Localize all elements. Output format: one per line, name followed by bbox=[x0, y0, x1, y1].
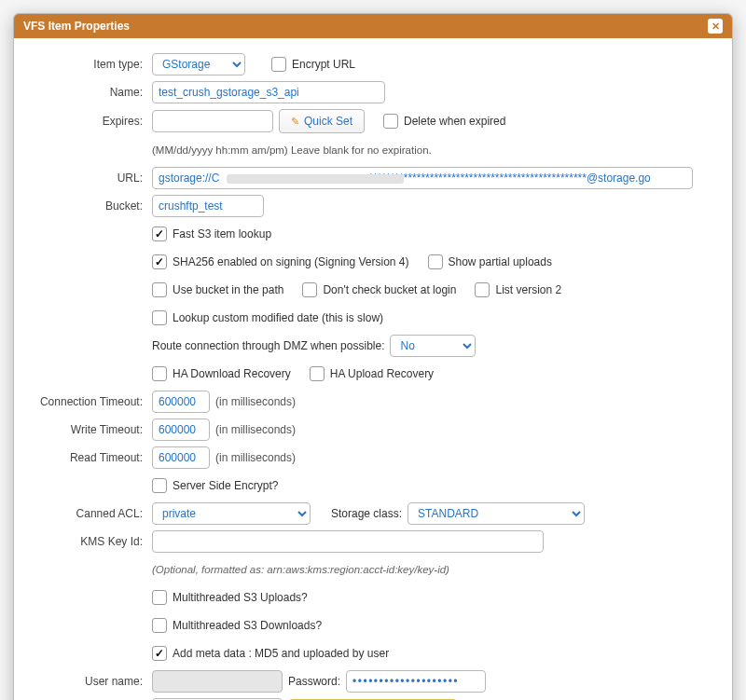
bucket-input[interactable] bbox=[152, 195, 264, 217]
kms-hint: (Optional, formatted as: arn:aws:kms:reg… bbox=[152, 564, 449, 575]
kms-key-input[interactable] bbox=[152, 530, 544, 553]
close-icon[interactable]: ✕ bbox=[708, 19, 723, 34]
lookup-custom-mod-label: Lookup custom modified date (this is slo… bbox=[173, 311, 383, 324]
label-item-type: Item type: bbox=[31, 58, 152, 71]
conn-timeout-input[interactable] bbox=[152, 391, 210, 413]
label-name: Name: bbox=[31, 86, 152, 99]
label-conn-timeout: Connection Timeout: bbox=[31, 395, 152, 408]
vfs-dialog: VFS Item Properties ✕ Item type: GStorag… bbox=[13, 13, 733, 700]
label-storage-class: Storage class: bbox=[331, 507, 402, 520]
username-input[interactable] bbox=[152, 670, 283, 693]
password-input[interactable] bbox=[346, 670, 486, 693]
dmz-select[interactable]: No bbox=[390, 335, 476, 357]
ha-upload-checkbox[interactable] bbox=[310, 366, 325, 381]
read-timeout-unit: (in milliseconds) bbox=[215, 451, 296, 464]
label-password: Password: bbox=[288, 675, 340, 688]
list-version-2-checkbox[interactable] bbox=[475, 282, 490, 297]
show-partial-uploads-checkbox[interactable] bbox=[428, 254, 443, 269]
label-write-timeout: Write Timeout: bbox=[31, 423, 152, 436]
write-timeout-unit: (in milliseconds) bbox=[215, 423, 296, 436]
name-input[interactable] bbox=[152, 81, 385, 103]
label-read-timeout: Read Timeout: bbox=[31, 451, 152, 464]
quick-set-button[interactable]: ✎ Quick Set bbox=[279, 109, 365, 133]
encrypt-url-label: Encrypt URL bbox=[292, 58, 355, 71]
expires-input[interactable] bbox=[152, 110, 273, 132]
mt-downloads-checkbox[interactable] bbox=[152, 618, 167, 633]
show-partial-uploads-label: Show partial uploads bbox=[449, 255, 552, 268]
mt-uploads-label: Multithreaded S3 Uploads? bbox=[173, 591, 308, 604]
label-username: User name: bbox=[31, 675, 152, 688]
use-bucket-in-path-checkbox[interactable] bbox=[152, 282, 167, 297]
dialog-title: VFS Item Properties bbox=[23, 20, 130, 33]
expires-hint: (MM/dd/yyyy hh:mm am/pm) Leave blank for… bbox=[152, 144, 432, 156]
write-timeout-input[interactable] bbox=[152, 419, 210, 441]
delete-when-expired-label: Delete when expired bbox=[404, 115, 505, 128]
read-timeout-input[interactable] bbox=[152, 446, 210, 469]
item-type-select[interactable]: GStorage bbox=[152, 53, 245, 75]
label-expires: Expires: bbox=[31, 115, 152, 128]
delete-when-expired-checkbox[interactable] bbox=[383, 114, 398, 129]
server-side-encrypt-label: Server Side Encrypt? bbox=[173, 479, 278, 492]
quick-set-icon: ✎ bbox=[291, 116, 299, 128]
ha-upload-label: HA Upload Recovery bbox=[330, 367, 434, 380]
conn-timeout-unit: (in milliseconds) bbox=[215, 395, 296, 408]
label-bucket: Bucket: bbox=[31, 199, 152, 213]
dont-check-bucket-label: Don't check bucket at login bbox=[323, 283, 456, 296]
add-meta-checkbox[interactable] bbox=[152, 646, 167, 661]
dont-check-bucket-checkbox[interactable] bbox=[302, 282, 317, 297]
list-version-2-label: List version 2 bbox=[495, 283, 561, 296]
server-side-encrypt-checkbox[interactable] bbox=[152, 478, 167, 493]
dmz-label: Route connection through DMZ when possib… bbox=[152, 339, 384, 352]
encrypt-url-checkbox[interactable] bbox=[271, 57, 286, 72]
sha256-label: SHA256 enabled on signing (Signing Versi… bbox=[173, 255, 409, 268]
fast-s3-lookup-checkbox[interactable] bbox=[152, 226, 167, 241]
storage-class-select[interactable]: STANDARD bbox=[408, 502, 585, 525]
mt-uploads-checkbox[interactable] bbox=[152, 590, 167, 605]
add-meta-label: Add meta data : MD5 and uploaded by user bbox=[173, 647, 389, 660]
dialog-titlebar: VFS Item Properties ✕ bbox=[14, 14, 732, 38]
ha-download-checkbox[interactable] bbox=[152, 366, 167, 381]
label-canned-acl: Canned ACL: bbox=[31, 507, 152, 520]
canned-acl-select[interactable]: private bbox=[152, 502, 311, 525]
use-bucket-in-path-label: Use bucket in the path bbox=[173, 283, 283, 296]
url-redacted-icon bbox=[227, 173, 404, 186]
ha-download-label: HA Download Recovery bbox=[173, 367, 291, 380]
sha256-checkbox[interactable] bbox=[152, 254, 167, 269]
label-kms: KMS Key Id: bbox=[31, 535, 152, 548]
dialog-body: Item type: GStorage Encrypt URL Name: Ex… bbox=[14, 38, 732, 700]
fast-s3-lookup-label: Fast S3 item lookup bbox=[173, 227, 271, 240]
label-url: URL: bbox=[31, 172, 152, 185]
lookup-custom-mod-checkbox[interactable] bbox=[152, 310, 167, 325]
mt-downloads-label: Multithreaded S3 Downloads? bbox=[173, 619, 322, 632]
